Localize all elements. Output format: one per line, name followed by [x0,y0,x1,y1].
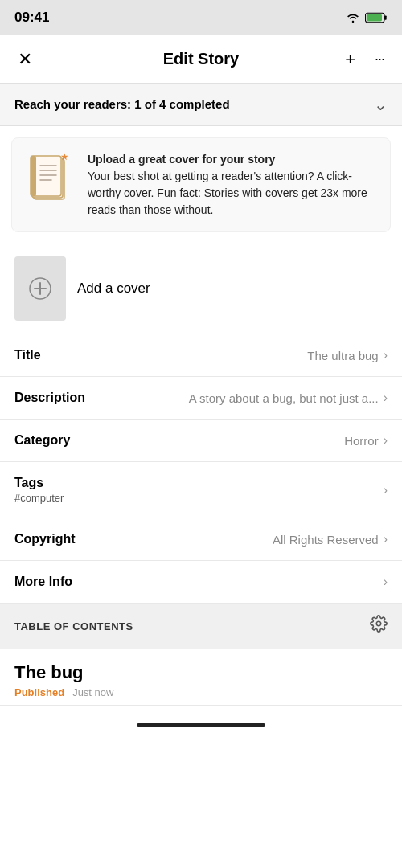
toc-label: TABLE OF CONTENTS [14,620,133,633]
tags-row[interactable]: Tags #computer › [0,462,402,518]
copyright-row[interactable]: Copyright All Rights Reserved › [0,518,402,561]
wifi-icon [346,12,360,23]
cover-info-card: Upload a great cover for your story Your… [11,137,391,232]
more-info-row[interactable]: More Info › [0,561,402,604]
story-status: Published [14,686,64,698]
status-time: 09:41 [14,10,49,26]
category-chevron: › [384,433,388,448]
more-button[interactable]: ··· [371,47,388,71]
story-meta: Published Just now [14,686,388,698]
reach-banner[interactable]: Reach your readers: 1 of 4 completed ⌄ [0,84,402,126]
status-bar: 09:41 [0,0,402,35]
info-card-text: Upload a great cover for your story Your… [88,151,377,219]
header-left: ✕ [14,46,35,73]
description-chevron: › [384,391,388,405]
battery-icon [365,12,388,23]
status-icons [346,12,388,23]
page-title: Edit Story [163,50,239,68]
story-details-list: Title The ultra bug › Description A stor… [0,334,402,604]
title-row[interactable]: Title The ultra bug › [0,334,402,377]
gear-icon [370,615,388,633]
more-info-chevron: › [384,575,388,589]
home-indicator [137,723,265,727]
add-cover-icon [28,276,52,301]
category-row[interactable]: Category Horror › [0,420,402,462]
story-time: Just now [72,686,113,698]
svg-rect-2 [384,15,387,19]
reach-text: Reach your readers: 1 of 4 completed [14,97,230,112]
svg-rect-1 [367,14,382,22]
story-title: The bug [14,662,388,683]
reach-chevron: ⌄ [374,95,388,114]
toc-settings-button[interactable] [370,615,388,637]
toc-header: TABLE OF CONTENTS [0,604,402,649]
add-cover-label: Add a cover [77,280,150,297]
app-header: ✕ Edit Story + ··· [0,35,402,84]
cover-placeholder [14,256,66,321]
header-right: + ··· [342,46,388,73]
book-illustration [25,151,76,203]
description-row[interactable]: Description A story about a bug, but not… [0,377,402,420]
bottom-indicator [0,706,402,736]
close-button[interactable]: ✕ [14,46,35,73]
add-button[interactable]: + [342,46,359,73]
copyright-chevron: › [384,532,388,547]
title-chevron: › [384,348,388,362]
tags-chevron: › [384,483,388,497]
story-list-item[interactable]: The bug Published Just now [0,649,402,706]
add-cover-section[interactable]: Add a cover [0,244,402,334]
svg-rect-6 [31,156,36,196]
